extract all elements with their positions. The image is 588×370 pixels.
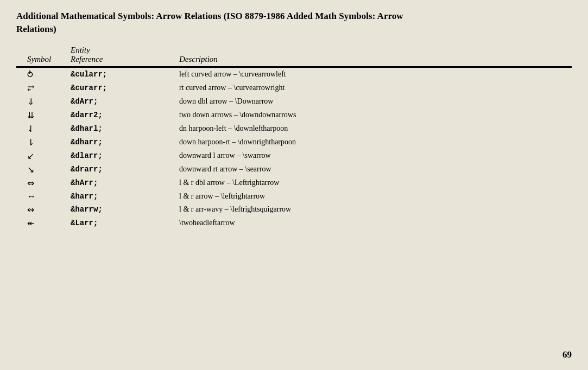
table-row: ⥁&cularr;left curved arrow – \curvearrow…: [16, 68, 572, 81]
table-body: ⥁&cularr;left curved arrow – \curvearrow…: [16, 68, 572, 230]
cell-symbol: ⇃: [16, 122, 71, 136]
cell-entity: &drarr;: [71, 163, 179, 176]
cell-description: down harpoon-rt – \downrightharpoon: [179, 136, 572, 149]
symbol-table: Symbol Entity Reference Description ⥁&cu…: [16, 46, 572, 230]
cell-entity: &dharr;: [71, 136, 179, 149]
table-row: ↙&dlarr;downward l arrow – \swarrow: [16, 149, 572, 163]
cell-description: left curved arrow – \curvearrowleft: [179, 68, 572, 81]
cell-symbol: ↞: [16, 216, 71, 230]
page-number: 69: [562, 349, 572, 360]
cell-entity: &dharl;: [71, 122, 179, 136]
cell-symbol: ⇊: [16, 109, 71, 122]
cell-symbol: ↔: [16, 190, 71, 203]
cell-symbol: ⇓: [16, 95, 71, 109]
cell-description: downward l arrow – \swarrow: [179, 149, 572, 163]
cell-description: two down arrows – \downdownarrows: [179, 109, 572, 122]
cell-description: \twoheadleftarrow: [179, 216, 572, 230]
cell-entity: &harrw;: [71, 203, 179, 216]
table-row: ↞&Larr;\twoheadleftarrow: [16, 216, 572, 230]
cell-description: l & r dbl arrow – \Leftrightarrow: [179, 176, 572, 190]
col-header-symbol: Symbol: [16, 46, 71, 67]
cell-entity: &darr2;: [71, 109, 179, 122]
cell-description: down dbl arrow – \Downarrow: [179, 95, 572, 109]
cell-symbol: ⥂: [16, 81, 71, 95]
cell-description: l & r arrow – \leftrightarrow: [179, 190, 572, 203]
table-row: ↔&harr;l & r arrow – \leftrightarrow: [16, 190, 572, 203]
page-title: Additional Mathematical Symbols: Arrow R…: [16, 10, 407, 36]
table-row: ⇓&dArr;down dbl arrow – \Downarrow: [16, 95, 572, 109]
col-header-entity: Entity Reference: [71, 46, 179, 67]
page-container: Additional Mathematical Symbols: Arrow R…: [0, 0, 588, 370]
cell-entity: &dArr;: [71, 95, 179, 109]
table-header-row: Symbol Entity Reference Description: [16, 46, 572, 67]
table-row: ↘&drarr;downward rt arrow – \searrow: [16, 163, 572, 176]
cell-description: l & r arr-wavy – \leftrightsquigarrow: [179, 203, 572, 216]
cell-entity: &cularr;: [71, 68, 179, 81]
table-row: ⇂&dharr;down harpoon-rt – \downrightharp…: [16, 136, 572, 149]
cell-symbol: ⥁: [16, 68, 71, 81]
cell-entity: &dlarr;: [71, 149, 179, 163]
table-row: ⥂&curarr;rt curved arrow – \curvearrowri…: [16, 81, 572, 95]
cell-description: downward rt arrow – \searrow: [179, 163, 572, 176]
table-row: ↭&harrw;l & r arr-wavy – \leftrightsquig…: [16, 203, 572, 216]
cell-symbol: ↘: [16, 163, 71, 176]
cell-symbol: ↙: [16, 149, 71, 163]
cell-entity: &hArr;: [71, 176, 179, 190]
cell-symbol: ⇔: [16, 176, 71, 190]
cell-entity: &harr;: [71, 190, 179, 203]
cell-symbol: ⇂: [16, 136, 71, 149]
cell-symbol: ↭: [16, 203, 71, 216]
cell-entity: &curarr;: [71, 81, 179, 95]
table-row: ⇃&dharl;dn harpoon-left – \downleftharpo…: [16, 122, 572, 136]
cell-description: dn harpoon-left – \downleftharpoon: [179, 122, 572, 136]
cell-entity: &Larr;: [71, 216, 179, 230]
table-row: ⇊&darr2;two down arrows – \downdownarrow…: [16, 109, 572, 122]
col-header-description: Description: [179, 46, 572, 67]
table-row: ⇔&hArr;l & r dbl arrow – \Leftrightarrow: [16, 176, 572, 190]
cell-description: rt curved arrow – \curvearrowright: [179, 81, 572, 95]
